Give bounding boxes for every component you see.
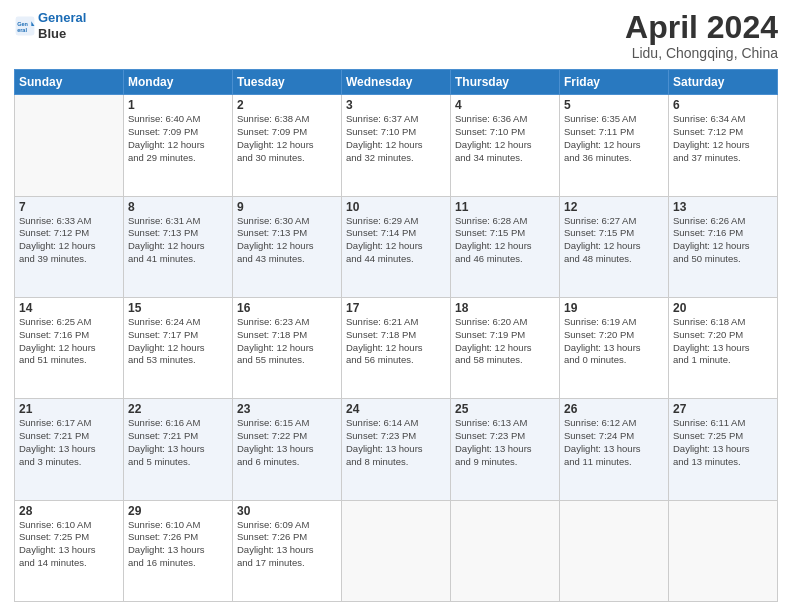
logo-line2: Blue (38, 26, 66, 41)
week-row-3: 14Sunrise: 6:25 AMSunset: 7:16 PMDayligh… (15, 297, 778, 398)
day-number: 14 (19, 301, 119, 315)
day-info: Sunrise: 6:23 AMSunset: 7:18 PMDaylight:… (237, 316, 337, 367)
calendar-cell: 5Sunrise: 6:35 AMSunset: 7:11 PMDaylight… (560, 95, 669, 196)
day-number: 25 (455, 402, 555, 416)
week-row-1: 1Sunrise: 6:40 AMSunset: 7:09 PMDaylight… (15, 95, 778, 196)
calendar-cell: 27Sunrise: 6:11 AMSunset: 7:25 PMDayligh… (669, 399, 778, 500)
day-number: 19 (564, 301, 664, 315)
day-info: Sunrise: 6:34 AMSunset: 7:12 PMDaylight:… (673, 113, 773, 164)
calendar-cell: 26Sunrise: 6:12 AMSunset: 7:24 PMDayligh… (560, 399, 669, 500)
calendar-cell: 29Sunrise: 6:10 AMSunset: 7:26 PMDayligh… (124, 500, 233, 601)
day-number: 17 (346, 301, 446, 315)
calendar-cell: 12Sunrise: 6:27 AMSunset: 7:15 PMDayligh… (560, 196, 669, 297)
day-info: Sunrise: 6:10 AMSunset: 7:26 PMDaylight:… (128, 519, 228, 570)
calendar-cell: 6Sunrise: 6:34 AMSunset: 7:12 PMDaylight… (669, 95, 778, 196)
calendar-cell: 10Sunrise: 6:29 AMSunset: 7:14 PMDayligh… (342, 196, 451, 297)
calendar-cell: 21Sunrise: 6:17 AMSunset: 7:21 PMDayligh… (15, 399, 124, 500)
day-info: Sunrise: 6:33 AMSunset: 7:12 PMDaylight:… (19, 215, 119, 266)
day-info: Sunrise: 6:17 AMSunset: 7:21 PMDaylight:… (19, 417, 119, 468)
day-info: Sunrise: 6:28 AMSunset: 7:15 PMDaylight:… (455, 215, 555, 266)
day-info: Sunrise: 6:25 AMSunset: 7:16 PMDaylight:… (19, 316, 119, 367)
day-info: Sunrise: 6:35 AMSunset: 7:11 PMDaylight:… (564, 113, 664, 164)
svg-text:Gen: Gen (17, 21, 28, 27)
day-info: Sunrise: 6:09 AMSunset: 7:26 PMDaylight:… (237, 519, 337, 570)
day-number: 6 (673, 98, 773, 112)
calendar-cell: 15Sunrise: 6:24 AMSunset: 7:17 PMDayligh… (124, 297, 233, 398)
calendar-cell: 7Sunrise: 6:33 AMSunset: 7:12 PMDaylight… (15, 196, 124, 297)
week-row-5: 28Sunrise: 6:10 AMSunset: 7:25 PMDayligh… (15, 500, 778, 601)
logo-text: General Blue (38, 10, 86, 41)
day-info: Sunrise: 6:19 AMSunset: 7:20 PMDaylight:… (564, 316, 664, 367)
page: Gen eral General Blue April 2024 Lidu, C… (0, 0, 792, 612)
day-number: 24 (346, 402, 446, 416)
day-info: Sunrise: 6:24 AMSunset: 7:17 PMDaylight:… (128, 316, 228, 367)
calendar-header-row: Sunday Monday Tuesday Wednesday Thursday… (15, 70, 778, 95)
calendar-cell (451, 500, 560, 601)
day-number: 4 (455, 98, 555, 112)
calendar-cell: 9Sunrise: 6:30 AMSunset: 7:13 PMDaylight… (233, 196, 342, 297)
col-tuesday: Tuesday (233, 70, 342, 95)
day-info: Sunrise: 6:38 AMSunset: 7:09 PMDaylight:… (237, 113, 337, 164)
day-number: 3 (346, 98, 446, 112)
calendar-cell (669, 500, 778, 601)
calendar-cell (560, 500, 669, 601)
calendar-cell: 20Sunrise: 6:18 AMSunset: 7:20 PMDayligh… (669, 297, 778, 398)
calendar-cell: 1Sunrise: 6:40 AMSunset: 7:09 PMDaylight… (124, 95, 233, 196)
calendar-cell: 3Sunrise: 6:37 AMSunset: 7:10 PMDaylight… (342, 95, 451, 196)
day-info: Sunrise: 6:30 AMSunset: 7:13 PMDaylight:… (237, 215, 337, 266)
calendar-cell: 11Sunrise: 6:28 AMSunset: 7:15 PMDayligh… (451, 196, 560, 297)
calendar-cell: 25Sunrise: 6:13 AMSunset: 7:23 PMDayligh… (451, 399, 560, 500)
day-info: Sunrise: 6:29 AMSunset: 7:14 PMDaylight:… (346, 215, 446, 266)
calendar-cell: 30Sunrise: 6:09 AMSunset: 7:26 PMDayligh… (233, 500, 342, 601)
main-title: April 2024 (625, 10, 778, 45)
calendar-cell (15, 95, 124, 196)
title-block: April 2024 Lidu, Chongqing, China (625, 10, 778, 61)
col-monday: Monday (124, 70, 233, 95)
day-info: Sunrise: 6:16 AMSunset: 7:21 PMDaylight:… (128, 417, 228, 468)
day-number: 28 (19, 504, 119, 518)
day-number: 9 (237, 200, 337, 214)
calendar-cell: 8Sunrise: 6:31 AMSunset: 7:13 PMDaylight… (124, 196, 233, 297)
day-number: 29 (128, 504, 228, 518)
subtitle: Lidu, Chongqing, China (625, 45, 778, 61)
day-info: Sunrise: 6:36 AMSunset: 7:10 PMDaylight:… (455, 113, 555, 164)
day-info: Sunrise: 6:20 AMSunset: 7:19 PMDaylight:… (455, 316, 555, 367)
day-number: 20 (673, 301, 773, 315)
day-number: 11 (455, 200, 555, 214)
col-thursday: Thursday (451, 70, 560, 95)
day-number: 30 (237, 504, 337, 518)
day-info: Sunrise: 6:26 AMSunset: 7:16 PMDaylight:… (673, 215, 773, 266)
calendar-cell: 23Sunrise: 6:15 AMSunset: 7:22 PMDayligh… (233, 399, 342, 500)
calendar-cell: 14Sunrise: 6:25 AMSunset: 7:16 PMDayligh… (15, 297, 124, 398)
day-number: 18 (455, 301, 555, 315)
day-info: Sunrise: 6:18 AMSunset: 7:20 PMDaylight:… (673, 316, 773, 367)
day-info: Sunrise: 6:27 AMSunset: 7:15 PMDaylight:… (564, 215, 664, 266)
logo: Gen eral General Blue (14, 10, 86, 41)
calendar-cell (342, 500, 451, 601)
day-info: Sunrise: 6:15 AMSunset: 7:22 PMDaylight:… (237, 417, 337, 468)
day-number: 13 (673, 200, 773, 214)
calendar-cell: 4Sunrise: 6:36 AMSunset: 7:10 PMDaylight… (451, 95, 560, 196)
day-number: 23 (237, 402, 337, 416)
col-saturday: Saturday (669, 70, 778, 95)
day-number: 10 (346, 200, 446, 214)
day-info: Sunrise: 6:21 AMSunset: 7:18 PMDaylight:… (346, 316, 446, 367)
day-info: Sunrise: 6:12 AMSunset: 7:24 PMDaylight:… (564, 417, 664, 468)
logo-line1: General (38, 10, 86, 25)
day-info: Sunrise: 6:31 AMSunset: 7:13 PMDaylight:… (128, 215, 228, 266)
week-row-4: 21Sunrise: 6:17 AMSunset: 7:21 PMDayligh… (15, 399, 778, 500)
day-number: 12 (564, 200, 664, 214)
day-info: Sunrise: 6:11 AMSunset: 7:25 PMDaylight:… (673, 417, 773, 468)
day-number: 26 (564, 402, 664, 416)
col-wednesday: Wednesday (342, 70, 451, 95)
week-row-2: 7Sunrise: 6:33 AMSunset: 7:12 PMDaylight… (15, 196, 778, 297)
calendar-cell: 22Sunrise: 6:16 AMSunset: 7:21 PMDayligh… (124, 399, 233, 500)
day-number: 15 (128, 301, 228, 315)
day-number: 2 (237, 98, 337, 112)
calendar-cell: 28Sunrise: 6:10 AMSunset: 7:25 PMDayligh… (15, 500, 124, 601)
calendar-cell: 19Sunrise: 6:19 AMSunset: 7:20 PMDayligh… (560, 297, 669, 398)
calendar-table: Sunday Monday Tuesday Wednesday Thursday… (14, 69, 778, 602)
day-number: 1 (128, 98, 228, 112)
logo-icon: Gen eral (14, 15, 36, 37)
calendar-cell: 13Sunrise: 6:26 AMSunset: 7:16 PMDayligh… (669, 196, 778, 297)
